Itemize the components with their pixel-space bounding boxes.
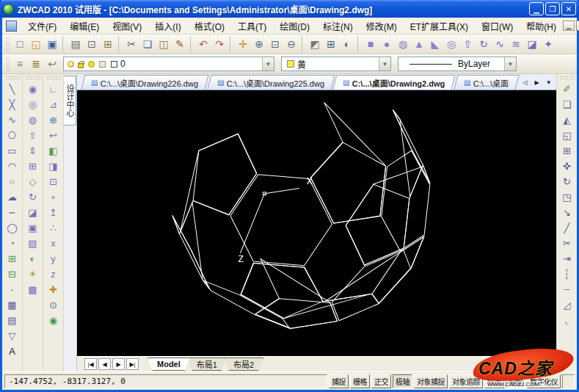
plot-icon[interactable]: ▤ xyxy=(68,36,84,52)
extrude-faces-icon[interactable]: ⇧ xyxy=(24,128,42,143)
status-toggle[interactable]: 栅格 xyxy=(350,374,370,388)
stretch-icon[interactable]: ↘ xyxy=(558,205,576,220)
extrude-icon[interactable]: ⇧ xyxy=(459,36,476,52)
loft-icon[interactable]: ≋ xyxy=(508,36,524,52)
render-icon[interactable]: ◩ xyxy=(307,36,323,52)
fillet-icon[interactable]: ◟ xyxy=(558,313,576,328)
status-toggle[interactable]: 对象捕捉 xyxy=(414,374,448,388)
solid-box-icon[interactable]: ■ xyxy=(363,36,379,52)
mdi-restore-button[interactable]: ❐ xyxy=(576,21,579,31)
toolbar-grip[interactable] xyxy=(5,76,20,79)
linetype-combo[interactable]: ByLayer ▼ xyxy=(398,57,517,71)
copy-icon[interactable]: ❏ xyxy=(558,97,576,112)
color-combo-arrow-icon[interactable]: ▼ xyxy=(379,57,390,70)
arc-icon[interactable]: ◠ xyxy=(4,159,21,174)
view-ucs-icon[interactable]: ⊡ xyxy=(45,174,62,189)
mdi-minimize-button[interactable]: ▁ xyxy=(563,21,575,31)
slice-icon[interactable]: ◪ xyxy=(524,36,540,52)
world-ucs-icon[interactable]: ⊕ xyxy=(45,112,62,128)
solid-cone-icon[interactable]: ▲ xyxy=(411,36,427,52)
redo-icon[interactable]: ↷ xyxy=(211,36,227,52)
document-tab[interactable]: ▤ C:\...\桌面\Drawing225.dwg xyxy=(207,75,335,90)
3point-ucs-icon[interactable]: ∴ xyxy=(45,220,62,236)
status-toggle[interactable]: 数字化仪 xyxy=(527,374,561,388)
menu-item[interactable]: 格式(O) xyxy=(188,18,231,34)
toolbar-grip[interactable] xyxy=(6,57,10,71)
menu-item[interactable]: 编辑(E) xyxy=(63,18,106,34)
line-icon[interactable]: ╲ xyxy=(4,81,21,97)
menu-item[interactable]: 插入(I) xyxy=(148,18,187,34)
layer-combo-arrow-icon[interactable]: ▼ xyxy=(262,57,274,70)
designcenter-tab[interactable]: 设计中心 xyxy=(64,76,76,126)
thicken-icon[interactable]: ▣ xyxy=(24,220,42,236)
erase-icon[interactable]: ✐ xyxy=(558,81,576,97)
origin-ucs-icon[interactable]: ∘ xyxy=(45,189,62,205)
viewports-icon[interactable]: ⊞ xyxy=(323,36,339,52)
z-axis-rotate-ucs-icon[interactable]: z xyxy=(45,266,62,282)
circle-icon[interactable]: ○ xyxy=(4,174,21,189)
toolbar-grip[interactable] xyxy=(26,76,40,79)
open-icon[interactable]: ◱ xyxy=(28,36,44,52)
chamfer-icon[interactable]: ◿ xyxy=(558,297,576,313)
status-toggle[interactable]: 对象追踪 xyxy=(449,374,483,388)
revision-cloud-icon[interactable]: ☁ xyxy=(4,189,21,205)
document-tab[interactable]: ▤ C:\...\桌面 xyxy=(454,75,520,90)
previous-ucs-icon[interactable]: ↩ xyxy=(45,128,62,143)
toolbar-grip[interactable] xyxy=(46,76,61,79)
prev-layout-button[interactable]: ◀ xyxy=(98,358,111,370)
menu-item[interactable]: 工具(T) xyxy=(231,18,273,34)
materials-icon[interactable]: ◐ xyxy=(24,251,42,266)
solid-sphere-icon[interactable]: ● xyxy=(379,36,395,52)
array-icon[interactable]: ⊞ xyxy=(558,143,576,159)
mirror-icon[interactable]: ◭ xyxy=(558,112,576,128)
object-ucs-icon[interactable]: ◨ xyxy=(45,159,62,174)
menu-item[interactable]: 窗口(W) xyxy=(475,18,520,34)
revolve-icon[interactable]: ↻ xyxy=(476,36,492,52)
separator-icon[interactable] xyxy=(62,36,68,52)
make-object-layer-current-icon[interactable]: ≡ xyxy=(12,56,28,72)
close-button[interactable]: ✕ xyxy=(561,2,576,15)
status-toggle[interactable]: 极轴 xyxy=(393,374,412,388)
render-region-icon[interactable]: ▨ xyxy=(24,236,42,251)
title-bar[interactable]: ZWCAD 2010 试用版 - [C:\Documents and Setti… xyxy=(0,0,579,18)
solid-torus-icon[interactable]: ◎ xyxy=(443,36,459,52)
break-icon[interactable]: ┄ xyxy=(558,282,576,297)
new-icon[interactable]: □ xyxy=(12,36,28,52)
separator-icon[interactable] xyxy=(190,36,195,52)
separator-icon[interactable] xyxy=(118,36,123,52)
paste-icon[interactable]: ◫ xyxy=(156,36,172,52)
layer-manager-icon[interactable]: ≣ xyxy=(28,56,44,72)
rotate-icon[interactable]: ↻ xyxy=(558,174,576,189)
trim-icon[interactable]: ✂ xyxy=(558,236,576,251)
layout-tab[interactable]: 布局2 xyxy=(224,357,263,371)
menu-item[interactable]: 文件(F) xyxy=(21,18,63,34)
pan-realtime-icon[interactable]: ✛ xyxy=(235,36,251,52)
copy-clip-icon[interactable]: ❏ xyxy=(139,36,156,52)
tab-scroll-left-button[interactable]: ◁ xyxy=(520,77,531,88)
menu-item[interactable]: 绘图(D) xyxy=(273,18,316,34)
next-layout-button[interactable]: ▶ xyxy=(112,358,125,370)
zoom-icon[interactable]: ⊙ xyxy=(45,297,62,313)
separator-icon[interactable] xyxy=(302,36,307,52)
insert-block-icon[interactable]: ⊞ xyxy=(4,251,21,266)
slice-solid-icon[interactable]: ◪ xyxy=(24,205,42,220)
separator-icon[interactable] xyxy=(230,36,235,52)
polygon-icon[interactable]: ⎔ xyxy=(4,128,21,143)
interfere-icon[interactable]: ✦ xyxy=(540,36,556,52)
move-icon[interactable]: ✜ xyxy=(558,159,576,174)
polyline-icon[interactable]: ∿ xyxy=(4,112,21,128)
publish-icon[interactable]: ⊞ xyxy=(100,36,116,52)
linetype-combo-arrow-icon[interactable]: ▼ xyxy=(504,57,516,70)
render-scene-icon[interactable]: ▩ xyxy=(24,282,42,297)
drawing-canvas[interactable]: XZ xyxy=(77,90,556,356)
face-ucs-icon[interactable]: ◧ xyxy=(45,143,62,159)
offset-icon[interactable]: ◱ xyxy=(558,128,576,143)
tab-list-button[interactable]: ▼ xyxy=(543,77,554,88)
lights-icon[interactable]: ☀ xyxy=(24,266,42,282)
break-at-point-icon[interactable]: ┆ xyxy=(558,266,576,282)
solid-wedge-icon[interactable]: ◣ xyxy=(427,36,443,52)
intersect-icon[interactable]: ◍ xyxy=(24,112,42,128)
separator-icon[interactable] xyxy=(357,36,363,52)
hatch-icon[interactable]: ▦ xyxy=(4,297,21,313)
text-icon[interactable]: A xyxy=(4,344,21,359)
